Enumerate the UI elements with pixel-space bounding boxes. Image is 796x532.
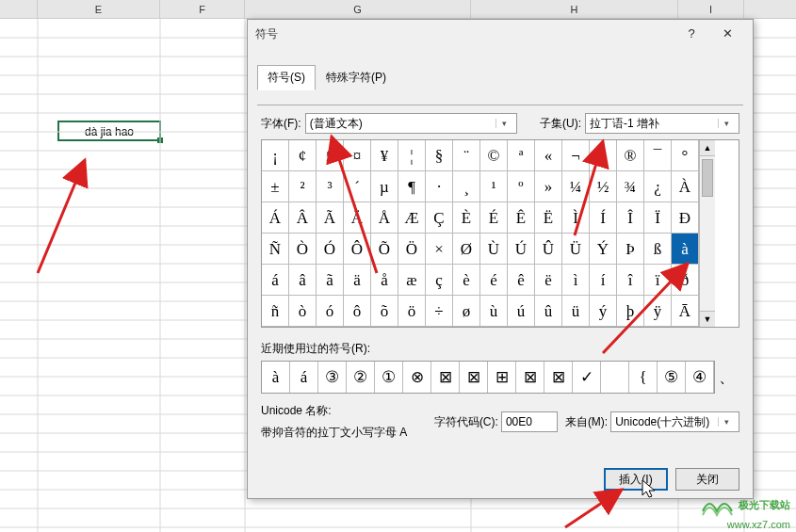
char-cell[interactable]: Û [535, 234, 562, 265]
recent-cell[interactable]: ⊗ [403, 362, 431, 393]
recent-cell[interactable]: ⊠ [431, 362, 460, 393]
col-i[interactable]: I [678, 0, 744, 18]
char-cell[interactable]: × [426, 234, 453, 265]
recent-cell[interactable]: ⑤ [658, 362, 686, 393]
close-window-button[interactable]: ✕ [709, 21, 745, 47]
col-f[interactable]: F [160, 0, 245, 18]
char-cell[interactable]: Å [371, 202, 398, 234]
char-cell[interactable]: · [426, 171, 453, 202]
insert-button[interactable]: 插入(I) [604, 468, 668, 491]
char-cell[interactable]: Ã [317, 202, 344, 234]
char-cell[interactable]: î [617, 265, 644, 296]
char-cell[interactable]: ü [562, 296, 590, 327]
char-cell[interactable]: ¡ [262, 140, 289, 171]
char-cell[interactable]: Ù [480, 234, 508, 265]
char-cell[interactable]: ù [480, 296, 508, 327]
char-cell[interactable]: - [590, 140, 617, 171]
char-cell[interactable]: ò [289, 296, 317, 327]
char-cell[interactable]: ú [508, 296, 535, 327]
char-cell[interactable]: æ [398, 265, 426, 296]
char-cell[interactable]: õ [371, 296, 398, 327]
char-cell[interactable]: ô [344, 296, 371, 327]
char-cell[interactable]: ï [644, 265, 672, 296]
char-cell[interactable]: » [535, 171, 562, 202]
recent-cell[interactable]: ✓ [573, 362, 601, 393]
char-cell[interactable]: Ð [672, 202, 699, 234]
char-cell[interactable]: ª [508, 140, 535, 171]
char-cell[interactable]: È [453, 202, 480, 234]
from-select[interactable]: Unicode(十六进制) ▾ [610, 411, 739, 432]
char-cell[interactable]: Ü [562, 234, 590, 265]
char-cell[interactable]: ½ [590, 171, 617, 202]
char-cell[interactable]: á [262, 265, 289, 296]
char-cell[interactable]: Æ [398, 202, 426, 234]
char-cell[interactable]: ¿ [644, 171, 672, 202]
char-cell[interactable]: © [480, 140, 508, 171]
char-cell[interactable]: Ä [344, 202, 371, 234]
char-cell[interactable]: ¸ [453, 171, 480, 202]
char-cell[interactable]: ä [344, 265, 371, 296]
char-cell[interactable]: ý [590, 296, 617, 327]
char-cell[interactable]: Ç [426, 202, 453, 234]
char-cell[interactable]: Ì [562, 202, 590, 234]
char-cell[interactable]: Â [289, 202, 317, 234]
char-cell[interactable]: Ê [508, 202, 535, 234]
char-cell[interactable]: Þ [617, 234, 644, 265]
char-cell[interactable]: É [480, 202, 508, 234]
char-cell[interactable]: Ā [672, 296, 699, 327]
tab-special[interactable]: 特殊字符(P) [316, 65, 397, 90]
char-cell[interactable]: ° [672, 140, 699, 171]
char-cell[interactable]: ÿ [644, 296, 672, 327]
char-cell[interactable]: ¶ [398, 171, 426, 202]
char-cell[interactable]: ß [644, 234, 672, 265]
char-cell[interactable]: µ [371, 171, 398, 202]
char-cell[interactable]: ë [535, 265, 562, 296]
font-select[interactable]: (普通文本) ▾ [305, 113, 517, 134]
char-cell[interactable]: § [426, 140, 453, 171]
char-cell[interactable]: ¢ [289, 140, 317, 171]
recent-cell[interactable]: ③ [318, 362, 347, 393]
tab-symbols[interactable]: 符号(S) [257, 65, 316, 90]
char-cell[interactable]: Ø [453, 234, 480, 265]
char-cell[interactable]: ¼ [562, 171, 590, 202]
char-cell[interactable]: â [289, 265, 317, 296]
char-cell[interactable]: ¤ [344, 140, 371, 171]
char-cell[interactable]: À [672, 171, 699, 202]
recent-cell[interactable]: ① [375, 362, 403, 393]
char-cell[interactable]: Ô [344, 234, 371, 265]
char-cell[interactable]: ¬ [562, 140, 590, 171]
char-cell[interactable]: û [535, 296, 562, 327]
char-cell[interactable]: Í [590, 202, 617, 234]
char-cell[interactable]: ñ [262, 296, 289, 327]
recent-cell[interactable]: ⊞ [488, 362, 516, 393]
char-cell[interactable]: ¯ [644, 140, 672, 171]
char-cell[interactable]: ® [617, 140, 644, 171]
char-cell[interactable]: ó [317, 296, 344, 327]
char-cell[interactable]: ³ [317, 171, 344, 202]
recent-cell[interactable]: ② [347, 362, 375, 393]
char-cell[interactable]: þ [617, 296, 644, 327]
char-cell[interactable]: ¥ [371, 140, 398, 171]
recent-cell[interactable]: á [290, 362, 318, 393]
subset-select[interactable]: 拉丁语-1 增补 ▾ [585, 113, 739, 134]
char-cell[interactable]: « [535, 140, 562, 171]
scroll-up-icon[interactable]: ▲ [700, 140, 715, 156]
char-cell[interactable]: Õ [371, 234, 398, 265]
char-cell[interactable]: ð [672, 265, 699, 296]
recent-cell[interactable]: ⊠ [544, 362, 573, 393]
char-cell[interactable]: Ë [535, 202, 562, 234]
char-cell[interactable]: ¨ [453, 140, 480, 171]
recent-cell[interactable]: ④ [686, 362, 714, 393]
char-cell[interactable]: ² [289, 171, 317, 202]
char-cell[interactable]: Ñ [262, 234, 289, 265]
recent-cell[interactable]: ⊠ [516, 362, 544, 393]
char-cell[interactable]: Á [262, 202, 289, 234]
char-cell[interactable]: Ú [508, 234, 535, 265]
char-cell[interactable]: ì [562, 265, 590, 296]
char-cell[interactable]: å [371, 265, 398, 296]
col-e[interactable]: E [38, 0, 160, 18]
char-cell[interactable]: ö [398, 296, 426, 327]
char-cell[interactable]: ã [317, 265, 344, 296]
char-cell[interactable]: Ö [398, 234, 426, 265]
recent-cell[interactable]: à [262, 362, 290, 393]
